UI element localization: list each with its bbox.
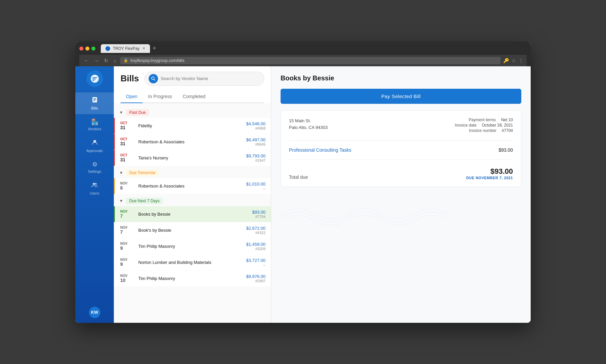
- svg-line-12: [154, 79, 155, 81]
- search-input[interactable]: [161, 76, 260, 81]
- bill-item[interactable]: NOV 10 Tim Philip Masonry $9,976.00 #299…: [114, 271, 271, 286]
- bill-day: 7: [120, 213, 123, 219]
- bill-vendor: Tim Philip Masonry: [136, 244, 246, 249]
- bill-date: NOV 7: [120, 210, 136, 219]
- bill-day: 10: [120, 278, 126, 283]
- toolbar-actions: 🔑 ☆ ⋮: [503, 58, 523, 63]
- bill-month: NOV: [120, 258, 128, 262]
- star-icon[interactable]: ☆: [512, 58, 516, 63]
- bill-amount: $1,010.00 --: [246, 181, 266, 191]
- bill-amount: $1,459.00 #3209: [246, 242, 266, 251]
- pay-selected-bill-button[interactable]: Pay Selected Bill: [281, 89, 521, 104]
- bills-panel: Bills Open In Progress Comp: [114, 66, 271, 323]
- bill-amount: $2,672.00 #4322: [246, 226, 266, 235]
- line-item-description: Professional Consulting Tasks: [289, 147, 352, 153]
- detail-panel: Books by Bessie Pay Selected Bill 15 Mai…: [271, 66, 531, 323]
- section-header-due-7-days[interactable]: ▼ Due Next 7 Days: [114, 194, 271, 206]
- sidebar-item-users[interactable]: Users: [75, 177, 114, 199]
- invoice-total-row: Total due $93.00 DUE NOVEMBER 7, 2021: [289, 164, 513, 180]
- bill-amount: $4,546.00 #4968: [246, 121, 266, 130]
- bill-item[interactable]: OCT 31 Robertson & Associates $6,497.00 …: [114, 134, 271, 150]
- bill-date: NOV 10: [120, 274, 136, 283]
- detail-vendor-name: Books by Bessie: [281, 74, 521, 82]
- bill-amount: $9,793.00 #1547: [246, 153, 266, 162]
- settings-icon: ⚙: [92, 161, 97, 168]
- user-avatar[interactable]: KW: [89, 307, 100, 318]
- bill-vendor: Books by Bessie: [136, 212, 252, 217]
- sidebar-item-bills[interactable]: Bills: [75, 92, 114, 114]
- bill-item[interactable]: NOV 6 Robertson & Associates $1,010.00 -…: [114, 178, 271, 194]
- bill-day: 6: [120, 185, 123, 191]
- badge-due-7-days: Due Next 7 Days: [126, 198, 163, 204]
- users-icon: [91, 181, 98, 190]
- close-button[interactable]: [79, 47, 83, 51]
- lock-icon: 🔒: [124, 58, 128, 63]
- app-body: Bills 🏪 Vendors Approvals ⚙: [75, 66, 531, 323]
- invoice-divider-2: [289, 159, 513, 160]
- sidebar-logo: [86, 70, 103, 87]
- bill-vendor: Tim Philip Masonry: [136, 276, 246, 281]
- tab-open[interactable]: Open: [121, 90, 143, 103]
- forward-button[interactable]: →: [93, 57, 100, 64]
- new-tab-button[interactable]: +: [153, 45, 156, 52]
- bill-month: OCT: [120, 121, 127, 125]
- sidebar-item-approvals[interactable]: Approvals: [75, 135, 114, 157]
- browser-toolbar: ← → ↻ ⌂ 🔒 troyflexpay.troygroup.com/bill…: [79, 55, 527, 66]
- bill-amount: $93.00 #7704: [252, 210, 266, 219]
- section-toggle-due-7-days: ▼: [119, 199, 123, 203]
- bill-item-selected[interactable]: NOV 7 Books by Bessie $93.00 #7704: [114, 206, 271, 222]
- tab-in-progress[interactable]: In Progress: [143, 90, 177, 103]
- section-header-past-due[interactable]: ▼ Past Due: [114, 106, 271, 118]
- section-toggle-past-due: ▼: [119, 110, 123, 115]
- total-due-amount: $93.00: [466, 167, 513, 176]
- bills-icon: [91, 96, 98, 105]
- approvals-icon: [91, 139, 98, 147]
- minimize-button[interactable]: [85, 47, 89, 51]
- invoice-card: 15 Main St. Palo Alto, CA 94303 Payment …: [281, 111, 521, 187]
- section-header-due-tomorrow[interactable]: ▼ Due Tomorrow: [114, 166, 271, 178]
- tab-completed[interactable]: Completed: [177, 90, 211, 103]
- sidebar-vendors-label: Vendors: [88, 127, 101, 131]
- bill-item[interactable]: NOV 7 Book's by Bessie $2,672.00 #4322: [114, 222, 271, 238]
- sidebar-item-vendors[interactable]: 🏪 Vendors: [75, 114, 114, 135]
- address-text: troyflexpay.troygroup.com/bills: [130, 58, 184, 63]
- bill-item[interactable]: OCT 31 Fidelity $4,546.00 #4968: [114, 118, 271, 134]
- badge-due-tomorrow: Due Tomorrow: [126, 169, 159, 176]
- svg-rect-6: [93, 99, 96, 100]
- sidebar-users-label: Users: [90, 191, 99, 195]
- bill-month: OCT: [120, 137, 127, 141]
- address-bar[interactable]: 🔒 troyflexpay.troygroup.com/bills: [120, 57, 501, 64]
- back-button[interactable]: ←: [83, 57, 90, 64]
- bill-vendor: Robertson & Associates: [136, 139, 246, 144]
- bill-item[interactable]: NOV 9 Tim Philip Masonry $1,459.00 #3209: [114, 238, 271, 254]
- search-box[interactable]: [144, 72, 264, 86]
- bill-month: NOV: [120, 274, 128, 278]
- bill-date: OCT 31: [120, 137, 136, 146]
- tab-close-button[interactable]: ✕: [142, 46, 145, 51]
- refresh-button[interactable]: ↻: [103, 57, 109, 64]
- bill-vendor: Book's by Bessie: [136, 228, 246, 233]
- bill-date: NOV 6: [120, 181, 136, 191]
- svg-point-10: [95, 183, 97, 185]
- invoice-address: 15 Main St. Palo Alto, CA 94303: [289, 118, 328, 134]
- browser-tab[interactable]: TROY FlexPay ✕: [101, 44, 150, 53]
- bills-list: ▼ Past Due OCT 31 Fidelity $4,546.00 #49…: [114, 103, 271, 323]
- due-date-text: DUE NOVEMBER 7, 2021: [466, 176, 513, 180]
- browser-chrome: TROY FlexPay ✕ + ← → ↻ ⌂ 🔒 troyflexpay.t…: [75, 42, 531, 66]
- sidebar-settings-label: Settings: [88, 169, 101, 173]
- key-icon[interactable]: 🔑: [503, 58, 509, 63]
- home-button[interactable]: ⌂: [112, 57, 118, 64]
- bill-item[interactable]: NOV 9 Norton Lumber and Building Materia…: [114, 254, 271, 270]
- sidebar-bills-label: Bills: [91, 106, 98, 110]
- bill-month: OCT: [120, 153, 127, 157]
- bill-month: NOV: [120, 210, 128, 213]
- bill-item[interactable]: OCT 31 Tania's Nursery $9,793.00 #1547: [114, 150, 271, 166]
- tab-title: TROY FlexPay: [113, 46, 140, 51]
- svg-point-9: [93, 183, 95, 185]
- sidebar-item-settings[interactable]: ⚙ Settings: [75, 157, 114, 177]
- menu-icon[interactable]: ⋮: [519, 58, 523, 63]
- bill-amount: $6,497.00 #9045: [246, 137, 266, 146]
- maximize-button[interactable]: [91, 47, 95, 51]
- bill-month: NOV: [120, 226, 128, 229]
- bill-date: NOV 9: [120, 242, 136, 251]
